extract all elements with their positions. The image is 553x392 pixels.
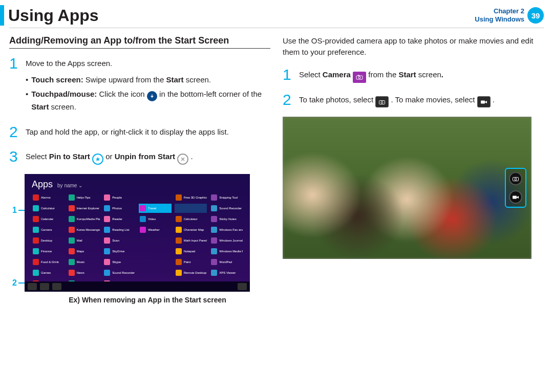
app-label: Character Map	[184, 228, 204, 231]
app-tile: Scan	[103, 236, 136, 245]
step-2-text: Tap and hold the app, or right-click it …	[26, 127, 229, 136]
app-icon	[211, 194, 217, 201]
take-photo-button[interactable]	[509, 172, 522, 185]
app-icon	[69, 227, 75, 233]
app-icon	[211, 237, 217, 244]
page-title: Using Apps	[8, 6, 475, 25]
step-number: 2	[9, 124, 20, 140]
app-label: Games	[41, 271, 51, 274]
app-tile: News	[68, 268, 100, 277]
app-label: WordPad	[219, 260, 232, 264]
svg-rect-6	[481, 100, 485, 103]
app-tile: Travel	[139, 204, 172, 213]
app-tile: Help+Tips	[68, 193, 100, 202]
app-label: Food & Drink	[41, 260, 59, 264]
annotation-2: 2	[12, 278, 17, 288]
app-icon	[211, 248, 217, 254]
app-label: Calendar	[41, 217, 53, 221]
app-tile: Music	[68, 257, 100, 267]
app-label: Weather	[148, 228, 160, 231]
step-2: 2 Tap and hold the app, or right-click i…	[9, 124, 270, 140]
unpin-icon	[177, 154, 188, 165]
step-1-text: Move to the Apps screen.	[26, 59, 112, 68]
app-tile	[175, 204, 207, 213]
app-icon	[33, 194, 39, 201]
app-label: Maps	[77, 250, 84, 253]
app-label: Math Input Panel	[184, 239, 207, 242]
app-label: Mail	[77, 239, 82, 242]
app-tile: Games	[32, 268, 65, 277]
taskbar	[25, 281, 250, 292]
app-tile: Calculator	[175, 214, 207, 224]
app-label: Korea Messenger Center	[77, 228, 100, 231]
app-tile: Reading List	[103, 225, 136, 234]
app-tile: Weather	[139, 225, 172, 234]
app-icon	[176, 216, 182, 222]
app-icon	[211, 270, 217, 276]
app-tile: KompoMedia Player Center	[68, 214, 100, 224]
taskbar-item	[28, 283, 37, 290]
left-column: Adding/Removing an App to/from the Start…	[9, 35, 270, 310]
accent-bar	[0, 5, 4, 26]
app-label: Calculator	[184, 217, 198, 221]
app-label: Free 3D Graphics Control Panel	[184, 196, 207, 199]
app-icon	[104, 270, 110, 276]
app-label: Internet Explorer	[77, 207, 99, 210]
app-tile: Calculator	[32, 204, 65, 213]
app-label: Photos	[112, 207, 122, 210]
app-label: Remote Desktop Connection	[184, 271, 207, 274]
app-tile: Windows Media Player	[210, 247, 243, 256]
section-heading: Adding/Removing an App to/from the Start…	[9, 35, 270, 49]
app-tile: Snipping Tool	[210, 193, 243, 202]
app-label: Desktop	[41, 239, 52, 242]
app-icon	[176, 259, 182, 265]
bullet-dot: •	[26, 74, 28, 85]
app-icon	[33, 248, 39, 254]
app-icon	[176, 270, 182, 276]
app-label: Video	[148, 217, 156, 221]
record-video-button[interactable]	[509, 190, 522, 204]
app-icon	[33, 227, 39, 233]
app-icon	[104, 237, 110, 244]
app-icon	[104, 259, 110, 265]
step-1: 1 Move to the Apps screen. • Touch scree…	[9, 56, 270, 115]
step-3: 3 Select Pin to Start or Unpin from Star…	[9, 149, 270, 165]
app-tile: Finance	[32, 247, 65, 256]
app-label: Finance	[41, 250, 52, 253]
app-label: Calculator	[41, 207, 55, 210]
app-label: Help+Tips	[77, 196, 91, 199]
app-tile: Reader	[103, 214, 136, 224]
taskbar-item	[52, 283, 61, 290]
app-icon	[176, 248, 182, 254]
app-tile: WordPad	[210, 257, 243, 267]
svg-rect-9	[513, 195, 517, 199]
app-icon	[211, 227, 217, 233]
app-tile: Notepad	[175, 247, 207, 256]
app-label: Paint	[184, 260, 191, 264]
app-label: Snipping Tool	[219, 196, 238, 199]
app-tile: Free 3D Graphics Control Panel	[175, 193, 207, 202]
app-tile: Calendar	[32, 214, 65, 224]
app-tile: Paint	[175, 257, 207, 267]
page-number-badge: 39	[527, 7, 544, 24]
app-tile: Alarms	[32, 193, 65, 202]
app-tile	[139, 236, 172, 245]
app-label: KompoMedia Player Center	[77, 217, 100, 221]
app-tile: Food & Drink	[32, 257, 65, 267]
app-tile: Sticky Notes	[210, 214, 243, 224]
app-tile: Maps	[68, 247, 100, 256]
app-icon	[33, 259, 39, 265]
app-icon	[104, 248, 110, 254]
app-label: Notepad	[184, 250, 196, 253]
app-icon	[69, 270, 75, 276]
app-icon	[69, 259, 75, 265]
app-icon	[104, 227, 110, 233]
app-tile	[139, 247, 172, 256]
photo-placeholder	[283, 117, 531, 259]
app-tile: Character Map	[175, 225, 207, 234]
app-tile	[139, 193, 172, 202]
app-icon	[140, 227, 146, 233]
app-label: Sound Recorder	[219, 207, 242, 210]
right-column: Use the OS-provided camera app to take p…	[283, 35, 544, 310]
down-arrow-icon	[147, 91, 157, 101]
